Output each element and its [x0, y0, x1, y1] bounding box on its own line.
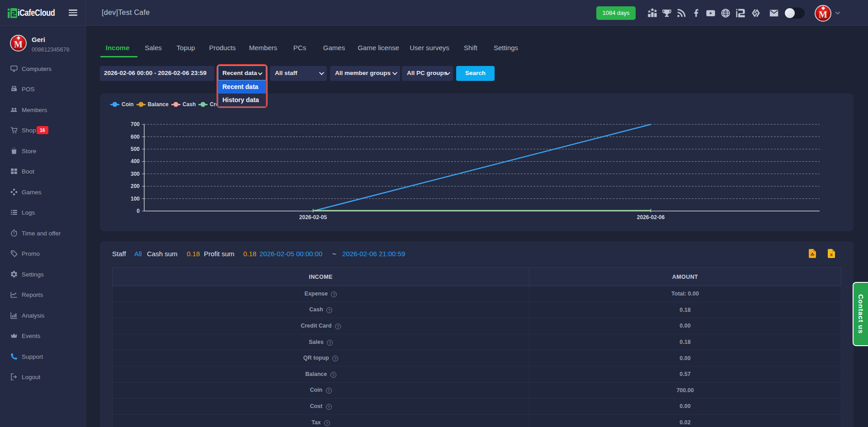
svg-text:2026-02-06: 2026-02-06: [637, 214, 665, 221]
svg-text:600: 600: [131, 134, 140, 140]
svg-text:2026-02-05: 2026-02-05: [299, 214, 327, 221]
svg-text:0: 0: [137, 208, 140, 214]
svg-text:X: X: [830, 253, 833, 257]
svg-text:100: 100: [131, 196, 140, 202]
svg-text:700: 700: [131, 121, 140, 127]
svg-text:400: 400: [131, 158, 140, 164]
svg-text:200: 200: [131, 183, 140, 189]
svg-text:300: 300: [131, 171, 140, 177]
svg-text:500: 500: [131, 146, 140, 152]
